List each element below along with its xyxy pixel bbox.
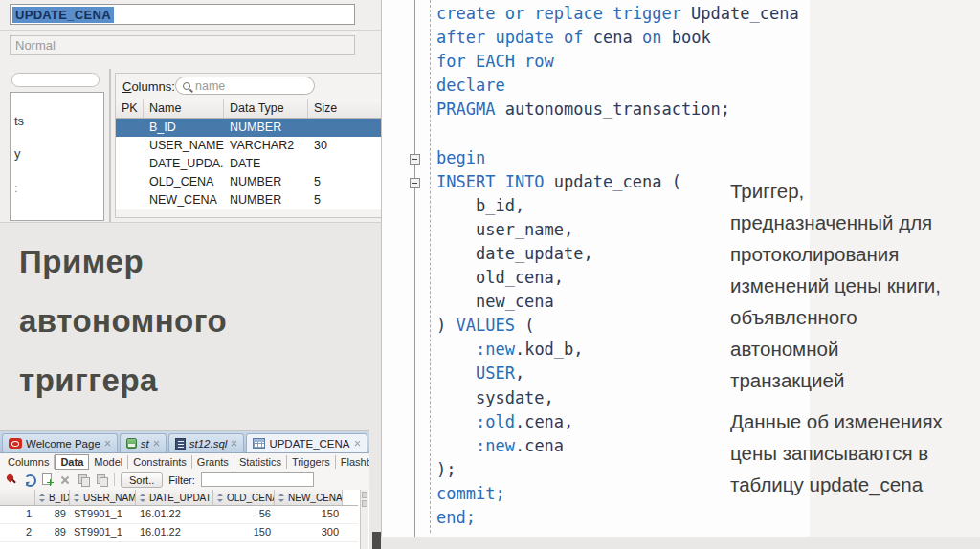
grid-column-header[interactable]: DATE_UPDATE — [136, 490, 213, 505]
grid-row[interactable]: 289ST9901_116.01.22150300 — [0, 524, 358, 542]
code-token: INSERT INTO — [436, 172, 545, 191]
columns-label: Columns: — [122, 79, 175, 94]
subtab-columns[interactable]: Columns — [3, 455, 55, 469]
table-row[interactable]: NEW_CENANUMBER5 — [116, 191, 385, 209]
nav-list-item[interactable]: y — [14, 146, 21, 161]
grid-column-header[interactable]: B_ID — [35, 490, 70, 505]
code-token: commit; — [436, 484, 505, 503]
grid-row[interactable]: 189ST9901_116.01.2256150 — [0, 506, 358, 524]
tab-welcome-page[interactable]: Welcome Page — [2, 433, 118, 452]
column-header: Data Type — [224, 99, 308, 118]
sort-button[interactable]: Sort.. — [121, 472, 163, 488]
code-line — [436, 123, 799, 147]
sort-icon — [74, 494, 80, 502]
nav-combo-field[interactable] — [11, 73, 100, 87]
code-token: book — [661, 28, 710, 47]
close-icon[interactable] — [104, 440, 111, 447]
grid-header-row: B_IDUSER_NAMEDATE_UPDATEOLD_CENANEW_CENA — [0, 490, 358, 506]
code-token: for EACH row — [436, 52, 554, 71]
grid-cell: 56 — [213, 506, 275, 523]
table-row[interactable]: OLD_CENANUMBER5 — [116, 173, 385, 191]
cell-datatype: DATE — [224, 155, 308, 173]
grid-column-header[interactable]: USER_NAME — [70, 490, 136, 505]
code-token: :old — [476, 412, 515, 431]
nav-list-item[interactable]: : — [14, 181, 18, 195]
pin-icon[interactable] — [5, 473, 17, 486]
filter-input[interactable] — [201, 472, 314, 487]
code-token: on — [642, 28, 661, 47]
close-icon[interactable] — [231, 440, 237, 447]
cell-pk — [116, 137, 144, 155]
code-token: sysdate, — [436, 388, 554, 407]
code-token: , — [515, 363, 524, 383]
code-token: date_update, — [436, 244, 593, 263]
table-type-field[interactable]: Normal — [10, 35, 355, 55]
grid-column-label: B_ID — [49, 493, 70, 503]
grid-cell: ST9901_1 — [70, 506, 136, 523]
columns-table[interactable]: PKNameData TypeSizeB_IDNUMBERUSER_NAMEVA… — [116, 99, 385, 209]
cell-name: USER_NAME — [144, 137, 224, 155]
grid-column-header[interactable]: NEW_CENA — [275, 490, 343, 505]
grid-column-label: OLD_CENA — [227, 493, 275, 503]
commit-icon[interactable] — [78, 473, 90, 486]
close-icon[interactable] — [354, 440, 361, 447]
columns-table-header-row: PKNameData TypeSize — [116, 99, 385, 119]
fold-minus-icon[interactable] — [410, 154, 420, 165]
grid-column-header[interactable]: OLD_CENA — [213, 490, 275, 505]
cell-size — [308, 119, 385, 137]
code-token — [436, 340, 476, 359]
nav-list-item[interactable]: ts — [14, 114, 24, 128]
tab-st[interactable]: st — [120, 433, 167, 452]
subtab-grants[interactable]: Grants — [192, 455, 234, 469]
subtab-flashback[interactable]: Flashback — [336, 455, 369, 469]
table-type-value: Normal — [15, 38, 56, 53]
grid-cell: ST9901_1 — [70, 524, 136, 541]
refresh-icon[interactable] — [23, 473, 35, 486]
nav-list[interactable]: tsy: — [10, 92, 104, 221]
grid-column-label: NEW_CENA — [288, 493, 343, 503]
code-token: end; — [436, 508, 476, 527]
table-row[interactable]: USER_NAMEVARCHAR230 — [116, 137, 385, 155]
data-toolbar: Sort.. Filter: — [0, 470, 369, 490]
code-token: ) — [436, 316, 456, 335]
scroll-thumb[interactable] — [362, 500, 368, 507]
subtab-constraints[interactable]: Constraints — [128, 455, 192, 469]
delete-row-icon[interactable] — [59, 473, 72, 486]
code-token: :new — [476, 436, 515, 455]
subtab-model[interactable]: Model — [89, 455, 128, 469]
grid-cell: 89 — [35, 506, 70, 523]
slide-scrollbar-thumb[interactable] — [372, 532, 381, 549]
close-icon[interactable] — [153, 440, 160, 447]
table-icon — [253, 438, 265, 449]
table-name-field[interactable]: UPDATE_CENA — [10, 4, 355, 25]
code-token: cena — [584, 28, 642, 47]
tab-update-cena[interactable]: UPDATE_CENA — [246, 433, 367, 452]
subtab-statistics[interactable]: Statistics — [234, 455, 287, 469]
cell-name: B_ID — [144, 119, 224, 137]
fold-minus-icon[interactable] — [410, 178, 420, 188]
columns-search-input[interactable]: name — [175, 77, 315, 95]
scroll-up-button[interactable] — [362, 492, 368, 498]
code-line: create or replace trigger Update_cena — [436, 4, 799, 28]
code-token: ); — [436, 460, 456, 479]
code-token: old_cena, — [436, 268, 564, 287]
subtab-triggers[interactable]: Triggers — [287, 455, 336, 469]
table-row[interactable]: DATE_UPDA...DATE — [116, 155, 385, 173]
table-name-selected-text: UPDATE_CENA — [12, 7, 114, 23]
grid-scrollbar[interactable] — [360, 490, 368, 549]
result-grid[interactable]: B_IDUSER_NAMEDATE_UPDATEOLD_CENANEW_CENA… — [0, 490, 358, 542]
sort-icon — [39, 494, 46, 502]
code-token — [436, 412, 476, 431]
table-row[interactable]: B_IDNUMBER — [116, 119, 385, 137]
code-token: begin — [436, 148, 485, 167]
cell-size — [308, 155, 385, 173]
tab-st12-sql[interactable]: st12.sql — [168, 433, 245, 452]
code-line: after update of cena on book — [436, 28, 799, 52]
rollback-icon[interactable] — [96, 473, 108, 486]
annotation-line: цены записываются в — [730, 437, 977, 469]
cell-pk — [116, 119, 144, 137]
insert-row-icon[interactable] — [41, 473, 54, 486]
code-token: user_name, — [436, 220, 573, 239]
code-token: b_id, — [436, 196, 524, 215]
subtab-data[interactable]: Data — [55, 454, 89, 470]
